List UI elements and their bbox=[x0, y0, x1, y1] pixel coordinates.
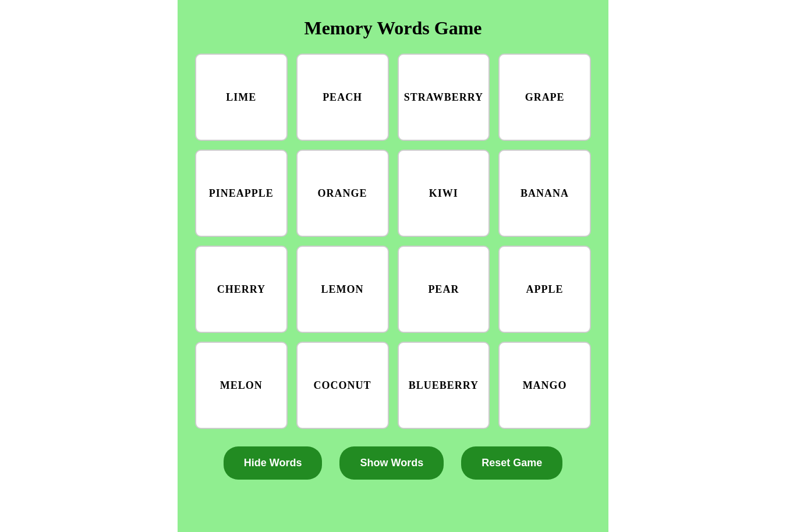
buttons-row: Hide Words Show Words Reset Game bbox=[195, 446, 591, 480]
word-card-kiwi[interactable]: KIWI bbox=[398, 150, 490, 237]
word-label-coconut: COCONUT bbox=[314, 380, 371, 392]
word-label-kiwi: KIWI bbox=[429, 187, 458, 200]
game-title: Memory Words Game bbox=[304, 17, 481, 39]
word-card-lime[interactable]: LIME bbox=[195, 54, 288, 141]
word-card-banana[interactable]: BANANA bbox=[498, 150, 591, 237]
hide-words-button[interactable]: Hide Words bbox=[224, 446, 323, 480]
word-card-mango[interactable]: MANGO bbox=[498, 342, 591, 429]
word-card-orange[interactable]: ORANGE bbox=[296, 150, 389, 237]
word-label-strawberry: STRAWBERRY bbox=[404, 91, 483, 104]
word-label-blueberry: BLUEBERRY bbox=[409, 380, 479, 392]
word-label-pineapple: PINEAPPLE bbox=[209, 187, 274, 200]
word-label-apple: APPLE bbox=[526, 283, 564, 296]
reset-game-button[interactable]: Reset Game bbox=[461, 446, 562, 480]
word-label-melon: MELON bbox=[220, 380, 263, 392]
words-grid: LIMEPEACHSTRAWBERRYGRAPEPINEAPPLEORANGEK… bbox=[195, 54, 591, 429]
word-card-cherry[interactable]: CHERRY bbox=[195, 246, 288, 333]
word-card-apple[interactable]: APPLE bbox=[498, 246, 591, 333]
word-card-pineapple[interactable]: PINEAPPLE bbox=[195, 150, 288, 237]
show-words-button[interactable]: Show Words bbox=[339, 446, 444, 480]
word-label-pear: PEAR bbox=[428, 283, 459, 296]
word-card-grape[interactable]: GRAPE bbox=[498, 54, 591, 141]
word-label-lemon: LEMON bbox=[321, 283, 364, 296]
word-card-lemon[interactable]: LEMON bbox=[296, 246, 389, 333]
word-label-peach: PEACH bbox=[323, 91, 362, 104]
word-card-coconut[interactable]: COCONUT bbox=[296, 342, 389, 429]
word-card-strawberry[interactable]: STRAWBERRY bbox=[398, 54, 490, 141]
word-card-pear[interactable]: PEAR bbox=[398, 246, 490, 333]
word-label-grape: GRAPE bbox=[525, 91, 565, 104]
word-card-melon[interactable]: MELON bbox=[195, 342, 288, 429]
word-label-banana: BANANA bbox=[521, 187, 569, 200]
word-label-cherry: CHERRY bbox=[217, 283, 265, 296]
game-container: Memory Words Game LIMEPEACHSTRAWBERRYGRA… bbox=[178, 0, 608, 532]
word-card-peach[interactable]: PEACH bbox=[296, 54, 389, 141]
word-card-blueberry[interactable]: BLUEBERRY bbox=[398, 342, 490, 429]
word-label-orange: ORANGE bbox=[318, 187, 367, 200]
word-label-mango: MANGO bbox=[523, 380, 567, 392]
word-label-lime: LIME bbox=[226, 91, 256, 104]
